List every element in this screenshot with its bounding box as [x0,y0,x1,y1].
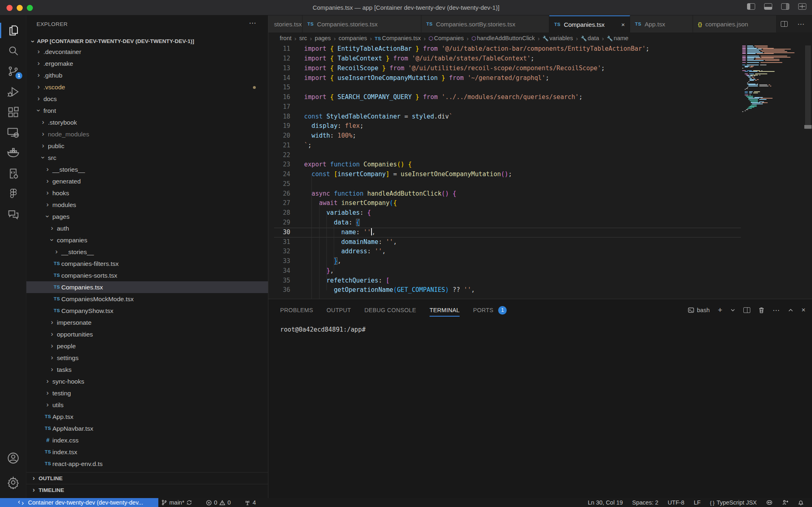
breadcrumb-Companies.tsx[interactable]: TSCompanies.tsx [375,35,421,41]
split-terminal-icon[interactable] [743,307,750,313]
scrollbar-thumb[interactable] [805,45,811,129]
tree-item-auth[interactable]: ›auth [26,222,268,234]
encoding-setting[interactable]: UTF-8 [668,499,685,506]
split-editor-icon[interactable] [781,21,788,27]
breadcrumb-src[interactable]: src [299,35,307,41]
tree-item-opportunities[interactable]: ›opportunities [26,328,268,340]
cursor-position[interactable]: Ln 30, Col 19 [588,499,623,506]
activity-run-and-debug-icon[interactable] [0,82,26,102]
breadcrumb-handleAddButtonClick[interactable]: ⬡handleAddButtonClick [471,35,535,41]
editor-scrollbar[interactable] [804,44,812,299]
breadcrumb-Companies[interactable]: ⬡Companies [429,35,464,41]
tree-item-modules[interactable]: ›modules [26,199,268,211]
panel-more-actions-icon[interactable]: ⋯ [773,306,780,315]
remote-indicator[interactable]: Container dev-twenty-dev (dev-twenty-dev… [0,498,158,507]
more-actions-icon[interactable]: ⋯ [797,20,805,28]
bell-icon[interactable] [798,499,804,506]
activity-source-control-icon[interactable]: 1 [0,61,26,82]
tab-Companies.sortBy.stories.tsx[interactable]: TSCompanies.sortBy.stories.tsx [421,15,549,32]
explorer-more-actions-icon[interactable]: ⋯ [249,19,257,28]
breadcrumb-variables[interactable]: 🔧variables [542,35,573,41]
panel-tab-debug-console[interactable]: DEBUG CONSOLE [364,299,416,321]
panel-tab-terminal[interactable]: TERMINAL [430,299,460,321]
close-tab-icon[interactable]: × [619,21,625,28]
chevron-down-icon[interactable] [730,308,735,313]
tree-item-tasks[interactable]: ›tasks [26,364,268,375]
language-mode[interactable]: { } TypeScript JSX [710,499,757,506]
workspace-section-header[interactable]: › APP [CONTAINER DEV-TWENTY-DEV (DEV-TWE… [26,37,268,46]
breadcrumb-front[interactable]: front [280,35,292,41]
activity-docker-icon[interactable] [0,143,26,163]
tab-App.tsx[interactable]: TSApp.tsx [630,15,693,32]
tree-item-sync-hooks[interactable]: ›sync-hooks [26,375,268,387]
tab-companies.json[interactable]: {}companies.json [693,15,777,32]
tree-item-pages[interactable]: ›pages [26,211,268,222]
tree-item-.github[interactable]: ›.github [26,69,268,81]
tree-item-index.css[interactable]: #index.css [26,434,268,446]
tree-item-node_modules[interactable]: ›node_modules [26,128,268,140]
panel-tab-problems[interactable]: PROBLEMS [280,299,313,321]
tree-item-utils[interactable]: ›utils [26,399,268,411]
activity-extensions-icon[interactable] [0,102,26,122]
tree-item-people[interactable]: ›people [26,340,268,352]
breadcrumb-data[interactable]: 🔧data [581,35,599,41]
activity-remote-explorer-icon[interactable] [0,123,26,143]
toggle-secondary-sidebar-icon[interactable] [781,3,789,10]
timeline-section[interactable]: › TIMELINE [26,484,268,496]
tree-item-.vscode[interactable]: ›.vscode [26,81,268,93]
tree-item-generated[interactable]: ›generated [26,175,268,187]
tree-item-index.tsx[interactable]: TSindex.tsx [26,446,268,458]
tab-Companies.tsx[interactable]: TSCompanies.tsx× [549,15,630,32]
tree-item-.storybook[interactable]: ›.storybook [26,117,268,128]
copilot-icon[interactable] [766,499,773,506]
tree-item-testing[interactable]: ›testing [26,387,268,399]
tree-item-__stories__[interactable]: ›__stories__ [26,246,268,258]
tree-item-App.tsx[interactable]: TSApp.tsx [26,411,268,423]
tree-item-.ergomake[interactable]: ›.ergomake [26,58,268,69]
tree-item-companies-sorts.tsx[interactable]: TScompanies-sorts.tsx [26,270,268,281]
problems-status[interactable]: 0 0 [206,499,231,506]
activity-settings-icon[interactable] [0,472,26,492]
tree-item-companies[interactable]: ›companies [26,234,268,246]
tree-item-impersonate[interactable]: ›impersonate [26,317,268,328]
activity-codegen-icon[interactable] [0,163,26,183]
tree-item-CompaniesMockMode.tsx[interactable]: TSCompaniesMockMode.tsx [26,293,268,305]
tab-Companies.stories.tsx[interactable]: TSCompanies.stories.tsx [302,15,421,32]
activity-comments-icon[interactable] [0,204,26,224]
customize-layout-icon[interactable] [798,3,806,10]
activity-explorer-icon[interactable] [0,20,26,41]
tree-item-Companies.tsx[interactable]: TSCompanies.tsx [26,281,268,293]
tree-item-src[interactable]: ›src [26,152,268,164]
toggle-sidebar-icon[interactable] [747,3,755,10]
panel-tab-output[interactable]: OUTPUT [326,299,351,321]
activity-search-icon[interactable] [0,41,26,61]
tree-item-companies-filters.tsx[interactable]: TScompanies-filters.tsx [26,258,268,270]
outline-section[interactable]: › OUTLINE [26,472,268,484]
activity-account-icon[interactable] [0,448,26,468]
tree-item-__stories__[interactable]: ›__stories__ [26,164,268,175]
tree-item-settings[interactable]: ›settings [26,352,268,364]
panel-tab-ports[interactable]: PORTS1 [473,299,507,321]
maximize-panel-icon[interactable] [788,308,793,313]
breadcrumb-name[interactable]: 🔧name [607,35,628,41]
breadcrumb-companies[interactable]: companies [339,35,367,41]
tree-item-CompanyShow.tsx[interactable]: TSCompanyShow.tsx [26,305,268,317]
ports-status[interactable]: 4 [244,499,256,506]
breadcrumb-pages[interactable]: pages [315,35,331,41]
tab-stories.tsx[interactable]: stories.tsx [268,15,302,32]
sync-icon[interactable] [186,500,192,505]
code-editor[interactable]: 10import { WithTopBarContainer } from '@… [268,44,812,299]
git-branch-status[interactable]: main* [161,499,192,506]
new-terminal-icon[interactable]: + [718,306,722,315]
tree-item-front[interactable]: ›front [26,105,268,117]
terminal-prompt[interactable]: root@0a42ecd84891:/app# [280,326,365,333]
shell-selector[interactable]: bash [688,307,710,313]
toggle-panel-icon[interactable] [764,3,772,10]
activity-figma-icon[interactable] [0,183,26,204]
tree-item-AppNavbar.tsx[interactable]: TSAppNavbar.tsx [26,423,268,434]
tree-item-public[interactable]: ›public [26,140,268,152]
trash-icon[interactable] [758,307,764,313]
close-panel-icon[interactable]: × [801,306,806,314]
tree-item-docs[interactable]: ›docs [26,93,268,105]
eol-setting[interactable]: LF [694,499,701,506]
